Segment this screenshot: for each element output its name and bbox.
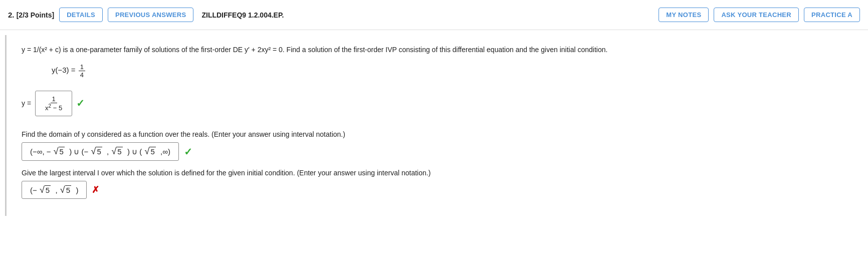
points-text: [2/3 Points] — [17, 11, 54, 19]
answer-denominator: x2 − 5 — [44, 103, 64, 112]
y-answer-row: y = 1 x2 − 5 ✓ — [22, 88, 853, 119]
domain-answer-box: (−∞, − √5 ) ∪ (− √5 , √5 ) ∪ ( √5 ,∞) — [22, 142, 179, 161]
y-answer-box: 1 x2 − 5 — [35, 91, 72, 116]
header-right: MY NOTES ASK YOUR TEACHER PRACTICE A — [659, 8, 860, 22]
interval-answer-box: (− √5 , √5 ) — [22, 181, 87, 199]
interval-answer-row: (− √5 , √5 ) ✗ — [22, 181, 853, 199]
problem-statement: y = 1/(x² + c) is a one-parameter family… — [22, 44, 853, 56]
header-left: 2. [2/3 Points] DETAILS PREVIOUS ANSWERS… — [8, 8, 654, 22]
my-notes-button[interactable]: MY NOTES — [659, 8, 709, 22]
sqrt-5-5: √5 — [40, 185, 51, 194]
initial-condition-text: y(−3) = — [52, 66, 76, 74]
domain-question: Find the domain of y considered as a fun… — [22, 130, 853, 138]
check-mark-1: ✓ — [76, 97, 85, 109]
domain-answer-row: (−∞, − √5 ) ∪ (− √5 , √5 ) ∪ ( √5 ,∞) — [22, 142, 853, 161]
cross-mark: ✗ — [92, 184, 99, 195]
ask-teacher-button[interactable]: ASK YOUR TEACHER — [714, 8, 799, 22]
sqrt-5-2: √5 — [91, 147, 102, 156]
y-equals-label: y = — [22, 99, 31, 107]
check-mark-2: ✓ — [184, 146, 192, 158]
fraction-numerator: 1 — [79, 63, 85, 71]
domain-math: (−∞, − √5 ) ∪ (− √5 , √5 ) ∪ ( √5 ,∞) — [30, 147, 170, 156]
interval-question: Give the largest interval I over which t… — [22, 169, 853, 177]
details-button[interactable]: DETAILS — [59, 8, 103, 22]
previous-answers-button[interactable]: PREVIOUS ANSWERS — [108, 8, 194, 22]
practice-button[interactable]: PRACTICE A — [804, 8, 860, 22]
initial-condition: y(−3) = 1 4 — [52, 63, 853, 79]
page-header: 2. [2/3 Points] DETAILS PREVIOUS ANSWERS… — [0, 0, 868, 30]
initial-condition-fraction: 1 4 — [79, 63, 85, 79]
content-area: y = 1/(x² + c) is a one-parameter family… — [5, 35, 868, 216]
fraction-denominator: 4 — [79, 71, 85, 79]
sqrt-5-1: √5 — [54, 147, 65, 156]
problem-num-text: 2. — [8, 11, 15, 19]
sqrt-5-4: √5 — [145, 147, 156, 156]
problem-code: ZILLDIFFEQ9 1.2.004.EP. — [201, 11, 284, 19]
sqrt-5-6: √5 — [60, 185, 71, 194]
answer-numerator: 1 — [51, 95, 57, 103]
interval-math: (− √5 , √5 ) — [30, 185, 78, 194]
sqrt-5-3: √5 — [111, 147, 122, 156]
problem-number: 2. [2/3 Points] — [8, 11, 54, 19]
answer-fraction: 1 x2 − 5 — [44, 95, 64, 112]
